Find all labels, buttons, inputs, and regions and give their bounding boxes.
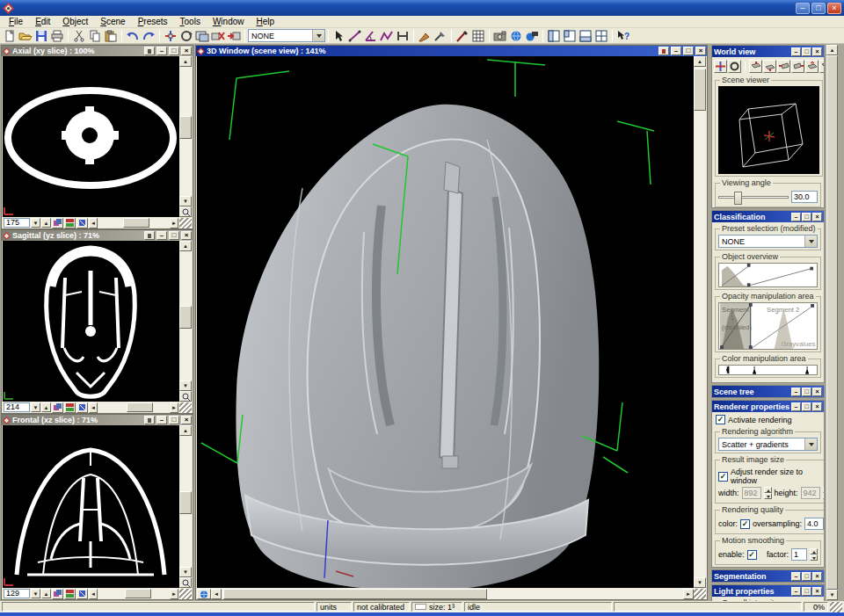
angle-measure-icon[interactable] [363, 29, 379, 43]
print-icon[interactable] [49, 29, 65, 43]
slice-orientation-icon[interactable] [64, 589, 76, 599]
slice-up-icon[interactable]: ▲ [41, 589, 51, 598]
view-bottom-icon[interactable] [819, 60, 825, 73]
scroll-right-icon[interactable]: ► [170, 402, 178, 413]
close-button[interactable]: × [181, 231, 192, 240]
resize-grip[interactable] [179, 402, 192, 413]
oversampling-field[interactable]: 4.0 [804, 518, 824, 530]
zoom-in-icon[interactable] [179, 577, 192, 588]
slice-export-icon[interactable] [76, 589, 88, 599]
activate-rendering-checkbox[interactable]: ✓ [716, 415, 725, 424]
undo-icon[interactable] [125, 29, 141, 43]
scene-camera-icon[interactable] [197, 589, 211, 599]
globe-annotation-icon[interactable] [524, 29, 540, 43]
minimize-button[interactable]: – [791, 587, 801, 596]
scroll-up-icon[interactable]: ▲ [179, 425, 192, 436]
scene-3d-viewport[interactable] [197, 56, 694, 588]
dock-scrollbar[interactable]: ▲ ▼ [826, 45, 838, 600]
view-front-icon[interactable] [749, 60, 762, 73]
copy-icon[interactable] [87, 29, 103, 43]
factor-spinner[interactable] [810, 548, 818, 561]
slice-orientation-icon[interactable] [64, 402, 76, 413]
viewing-angle-value[interactable]: 30.0 [791, 191, 818, 203]
close-button[interactable]: × [812, 388, 822, 396]
cut-icon[interactable] [71, 29, 87, 43]
minimize-button[interactable]: – [791, 213, 801, 221]
frontal-vertical-scrollbar[interactable]: ▲ ▼ [179, 425, 192, 588]
zoom-in-icon[interactable] [179, 207, 192, 217]
layout-bottom-pane-icon[interactable] [578, 29, 593, 43]
maximize-button[interactable]: □ [802, 388, 811, 396]
preset-dropdown[interactable]: NONE [718, 235, 818, 248]
view-top-icon[interactable] [805, 60, 819, 73]
scene-tree-title-bar[interactable]: Scene tree – □ × [712, 386, 824, 397]
context-help-icon[interactable]: ? [615, 29, 631, 43]
open-folder-icon[interactable] [18, 29, 33, 43]
scene-vertical-scrollbar[interactable]: ▲ ▼ [694, 56, 706, 588]
transform-object-icon[interactable] [163, 29, 178, 43]
menu-tools[interactable]: Tools [175, 17, 206, 26]
slice-up-icon[interactable]: ▲ [41, 218, 51, 228]
renderer-title-bar[interactable]: Renderer properties – □ × [712, 401, 824, 412]
scroll-down-icon[interactable]: ▼ [826, 590, 838, 600]
maximize-button[interactable]: □ [802, 47, 811, 56]
sagittal-viewport[interactable] [3, 241, 179, 402]
pipette-icon[interactable] [433, 29, 448, 43]
snapshot-icon[interactable] [492, 29, 508, 43]
minimize-button[interactable]: – [791, 47, 801, 56]
minimize-button[interactable]: – [156, 47, 167, 55]
maximize-button[interactable]: □ [802, 587, 811, 596]
maximize-button[interactable]: □ [811, 3, 826, 14]
factor-field[interactable]: 1 [791, 548, 807, 561]
pointer-icon[interactable] [331, 29, 347, 43]
transform-icon[interactable] [714, 60, 727, 73]
motion-enable-checkbox[interactable]: ✓ [747, 550, 757, 560]
slice-copy-icon[interactable] [52, 218, 63, 228]
width-field[interactable]: 892 [742, 487, 761, 499]
axial-vertical-scrollbar[interactable]: ▲ ▼ [179, 56, 192, 217]
view-right-icon[interactable] [791, 60, 804, 73]
maximize-button[interactable]: □ [802, 572, 811, 581]
opacity-histogram[interactable]: Segment 1 (disabled) Segment 2 Grayvalue… [718, 302, 818, 350]
slice-copy-icon[interactable] [52, 589, 63, 599]
scroll-up-icon[interactable]: ▲ [179, 241, 192, 251]
scroll-left-icon[interactable]: ◄ [211, 589, 222, 599]
axial-title-bar[interactable]: Axial (xy slice) : 100% – □ × [2, 46, 193, 56]
algorithm-dropdown[interactable]: Scatter + gradients [718, 438, 818, 451]
sagittal-vertical-scrollbar[interactable]: ▲ ▼ [179, 241, 192, 402]
scroll-up-icon[interactable]: ▲ [179, 56, 192, 67]
menu-file[interactable]: File [4, 17, 28, 26]
scroll-left-icon[interactable]: ◄ [89, 402, 98, 413]
slice-dropdown-icon[interactable]: ▼ [31, 218, 40, 228]
scroll-right-icon[interactable]: ► [683, 589, 694, 599]
classification-title-bar[interactable]: Classification – □ × [712, 211, 824, 222]
pin-button[interactable] [144, 47, 155, 55]
slice-dropdown-icon[interactable]: ▼ [31, 402, 40, 412]
pin-button[interactable] [144, 416, 155, 424]
restore-button[interactable]: – [791, 388, 801, 396]
scroll-up-icon[interactable]: ▲ [826, 45, 838, 55]
maximize-button[interactable]: □ [802, 402, 811, 411]
minimize-button[interactable]: – [156, 416, 167, 424]
color-checkbox[interactable]: ✓ [740, 519, 750, 529]
chevron-down-icon[interactable] [804, 438, 817, 450]
toolbar-preset-dropdown[interactable]: NONE [248, 29, 325, 42]
height-field[interactable]: 942 [801, 487, 820, 499]
height-spinner[interactable] [823, 487, 825, 499]
pin-button[interactable] [144, 231, 155, 240]
frontal-slice-number[interactable]: 129 [4, 589, 30, 598]
minimize-button[interactable]: – [791, 402, 801, 411]
maximize-button[interactable]: □ [169, 47, 179, 55]
close-button[interactable]: × [181, 47, 192, 55]
slice-export-icon[interactable] [76, 402, 88, 413]
menu-window[interactable]: Window [207, 17, 250, 26]
delete-object-icon[interactable] [210, 29, 226, 43]
restore-button[interactable]: – [791, 572, 801, 581]
slice-dropdown-icon[interactable]: ▼ [31, 589, 40, 598]
close-button[interactable]: × [812, 47, 822, 56]
view-back-icon[interactable] [763, 60, 776, 73]
close-button[interactable]: × [181, 416, 192, 424]
menu-presets[interactable]: Presets [133, 17, 173, 26]
maximize-button[interactable]: □ [169, 231, 179, 240]
resize-grip[interactable] [179, 218, 192, 228]
